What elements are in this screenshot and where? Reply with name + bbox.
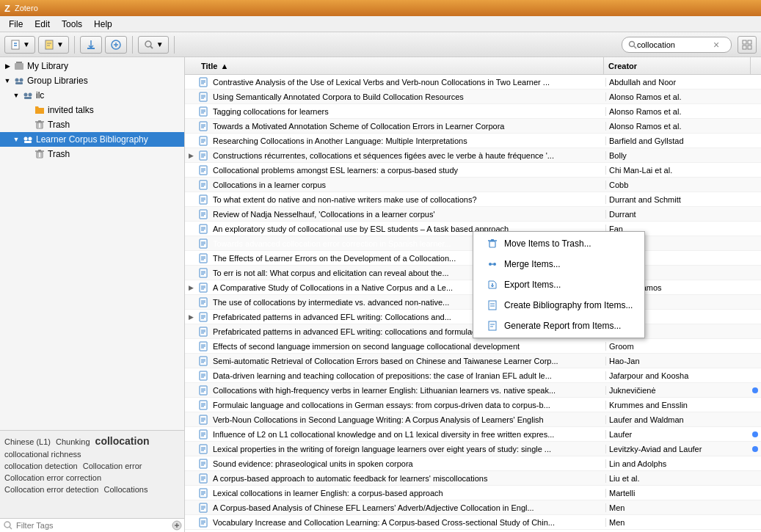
svg-point-31 <box>24 137 28 141</box>
table-row[interactable]: Formulaic language and collocations in G… <box>185 398 761 412</box>
search-box[interactable]: × <box>622 37 732 53</box>
table-row[interactable]: A corpus-based approach to automatic fee… <box>185 471 761 486</box>
item-type-icon <box>197 488 210 498</box>
item-type-icon <box>197 400 210 410</box>
table-row[interactable]: Lexical collocations in learner English:… <box>185 486 761 500</box>
sidebar-item-ilc[interactable]: ▼ ilc <box>0 88 184 103</box>
table-row[interactable]: Researching Collocations in Another Lang… <box>185 134 761 148</box>
context-menu-item-4[interactable]: Generate Report from Items... <box>473 316 644 336</box>
tag-collocation-error-correction[interactable]: Collocation error correction <box>4 473 101 482</box>
tag-collocations[interactable]: Collocations <box>103 485 148 494</box>
svg-rect-22 <box>15 82 23 84</box>
svg-rect-30 <box>38 120 41 122</box>
sidebar-item-group-libraries[interactable]: ▼ Group Libraries <box>0 73 184 88</box>
attach-button[interactable] <box>80 36 102 54</box>
new-note-button[interactable]: ▼ <box>38 36 69 54</box>
search-input[interactable] <box>637 40 710 49</box>
menu-tools[interactable]: Tools <box>56 18 88 31</box>
tag-collocation-detection[interactable]: collocation detection <box>4 462 78 470</box>
tag-search-input[interactable] <box>13 519 171 532</box>
table-row[interactable]: A Corpus-based Analysis of Chinese EFL L… <box>185 500 761 515</box>
item-type-icon <box>197 503 210 513</box>
svg-rect-25 <box>24 97 32 99</box>
table-row[interactable]: Influence of L2 on L1 collocational know… <box>185 427 761 442</box>
svg-line-11 <box>150 46 153 48</box>
sidebar-item-invited-talks[interactable]: ▶ invited talks <box>0 103 184 117</box>
table-row[interactable]: Vocabulary Increase and Collocation Lear… <box>185 515 761 530</box>
table-row[interactable]: Effects of second language immersion on … <box>185 339 761 354</box>
invited-talks-icon <box>34 104 45 116</box>
table-row[interactable]: Data-driven learning and teaching colloc… <box>185 368 761 383</box>
svg-point-10 <box>145 41 151 47</box>
row-expand[interactable]: ▶ <box>185 284 197 291</box>
svg-rect-34 <box>37 152 43 158</box>
search-icon <box>628 40 637 49</box>
table-row[interactable]: Sound evidence: phraseological units in … <box>185 456 761 471</box>
attachment-dot <box>752 387 758 393</box>
header-title[interactable]: Title ▲ <box>197 57 604 74</box>
items-header: Title ▲ Creator <box>185 57 761 75</box>
locate-button[interactable]: ▼ <box>138 36 169 54</box>
tag-cloud: Chinese (L1) Chunking collocation colloc… <box>0 430 184 518</box>
table-row[interactable]: To what extent do native and non-native … <box>185 192 761 207</box>
header-creator[interactable]: Creator <box>604 57 751 74</box>
expand-arrow-my-library: ▶ <box>3 62 12 70</box>
tag-chunking[interactable]: Chunking <box>56 437 90 446</box>
expand-arrow-lcb: ▼ <box>12 135 21 144</box>
svg-rect-168 <box>489 241 495 247</box>
context-menu-item-3[interactable]: Create Bibliography from Items... <box>473 295 644 316</box>
search-clear-button[interactable]: × <box>713 39 719 51</box>
item-type-icon <box>197 371 210 381</box>
menu-help[interactable]: Help <box>88 18 118 31</box>
item-creator: Bolly <box>605 151 752 160</box>
context-menu-item-0[interactable]: Move Items to Trash... <box>473 233 644 254</box>
row-expand[interactable]: ▶ <box>185 152 197 159</box>
menu-file[interactable]: File <box>3 18 29 31</box>
table-row[interactable]: Collocations in a learner corpusCobb <box>185 178 761 192</box>
table-row[interactable]: Lexical properties in the writing of for… <box>185 442 761 456</box>
svg-rect-18 <box>15 63 23 70</box>
item-type-icon <box>197 121 210 131</box>
item-creator: Juknevičienė <box>605 386 752 395</box>
table-row[interactable]: Towards a Motivated Annotation Scheme of… <box>185 119 761 134</box>
sidebar-item-trash-ilc[interactable]: ▶ Trash <box>0 117 184 132</box>
item-title: Lexical properties in the writing of for… <box>210 445 605 453</box>
expand-button[interactable] <box>738 36 757 54</box>
context-menu-item-2[interactable]: Export Items... <box>473 274 644 295</box>
item-type-icon <box>197 194 210 205</box>
context-menu-icon-merge <box>485 257 500 272</box>
add-item-button[interactable] <box>105 36 127 54</box>
table-row[interactable]: Contrastive Analysis of the Use of Lexic… <box>185 75 761 90</box>
sidebar-item-lcb[interactable]: ▼ Learner Corpus Bibliography <box>0 132 184 147</box>
tag-collocational-richness[interactable]: collocational richness <box>4 450 81 459</box>
tag-search-bar <box>0 518 184 532</box>
tag-collocation-error[interactable]: Collocation error <box>83 462 142 470</box>
item-title: Vocabulary Increase and Collocation Lear… <box>210 518 605 527</box>
context-menu-item-1[interactable]: Merge Items... <box>473 254 644 274</box>
item-title: Formulaic language and collocations in G… <box>210 401 605 409</box>
table-row[interactable]: Semi-automatic Retrieval of Collocation … <box>185 354 761 368</box>
table-row[interactable]: ▶Constructions récurrentes, collocations… <box>185 148 761 163</box>
tag-collocation-error-detection[interactable]: Collocation error detection <box>4 485 98 494</box>
row-expand[interactable]: ▶ <box>185 313 197 321</box>
menu-edit[interactable]: Edit <box>29 18 56 31</box>
new-item-button[interactable]: ▼ <box>4 36 35 54</box>
item-title: Towards a Motivated Annotation Scheme of… <box>210 122 605 131</box>
item-title: Collocations in a learner corpus <box>210 181 605 189</box>
table-row[interactable]: Collocations with high-frequency verbs i… <box>185 383 761 398</box>
locate-icon <box>143 39 155 51</box>
table-row[interactable]: Verb-Noun Collocations in Second Languag… <box>185 412 761 427</box>
table-row[interactable]: Review of Nadja Nesselhauf, 'Collocation… <box>185 207 761 222</box>
title-bar: Z Zotero <box>0 0 761 16</box>
tag-chinese-l1[interactable]: Chinese (L1) <box>4 437 51 446</box>
sidebar-item-trash-lcb[interactable]: ▶ Trash <box>0 147 184 161</box>
table-row[interactable]: Tagging collocations for learnersAlonso … <box>185 104 761 119</box>
item-title: Constructions récurrentes, collocations … <box>210 151 605 160</box>
new-item-icon <box>10 39 21 51</box>
sidebar-item-my-library[interactable]: ▶ My Library <box>0 59 184 73</box>
item-type-icon <box>197 165 210 175</box>
table-row[interactable]: Collocational problems amongst ESL learn… <box>185 163 761 178</box>
tag-add-icon[interactable] <box>171 520 183 531</box>
tag-collocation[interactable]: collocation <box>95 435 150 447</box>
table-row[interactable]: Using Semantically Annotated Corpora to … <box>185 90 761 104</box>
